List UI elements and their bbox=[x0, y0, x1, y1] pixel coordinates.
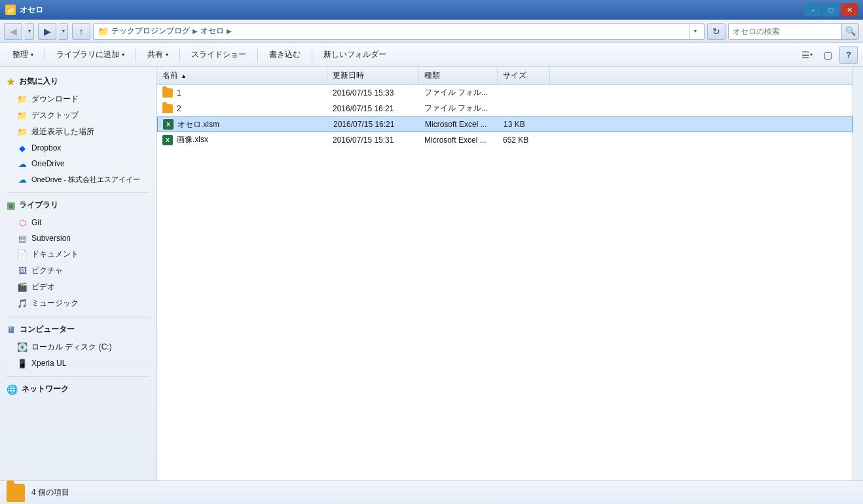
window-icon: 📁 bbox=[5, 5, 16, 15]
download-icon: 📁 bbox=[17, 94, 28, 105]
slideshow-button[interactable]: スライドショー bbox=[184, 46, 253, 64]
table-row[interactable]: 2 2016/07/15 16:21 ファイル フォル... bbox=[157, 101, 853, 117]
refresh-button[interactable]: ↻ bbox=[707, 23, 725, 40]
forward-dropdown[interactable]: ▾ bbox=[59, 23, 68, 40]
maximize-button[interactable]: □ bbox=[822, 3, 839, 16]
sidebar-item-svn[interactable]: ▤ Subversion bbox=[0, 230, 156, 246]
favorites-header[interactable]: ★ お気に入り bbox=[0, 72, 156, 91]
burn-button[interactable]: 書き込む bbox=[262, 46, 308, 64]
add-library-label: ライブラリに追加 bbox=[56, 49, 119, 60]
sidebar: ★ お気に入り 📁 ダウンロード 📁 デスクトップ 📁 最近表示した場所 ◆ bbox=[0, 67, 157, 480]
help-icon: ? bbox=[846, 50, 851, 60]
file-size-cell: 13 KB bbox=[498, 117, 551, 132]
table-row[interactable]: 1 2016/07/15 15:33 ファイル フォル... bbox=[157, 85, 853, 101]
git-icon: ⬡ bbox=[17, 217, 28, 228]
help-button[interactable]: ? bbox=[839, 46, 858, 64]
new-folder-button[interactable]: 新しいフォルダー bbox=[316, 46, 394, 64]
col-header-type[interactable]: 種類 bbox=[419, 67, 498, 84]
local-disk-label: ローカル ディスク (C:) bbox=[31, 342, 112, 353]
breadcrumb-current[interactable]: オセロ bbox=[200, 26, 224, 37]
toolbar-right: ☰ ▾ ▢ ? bbox=[798, 46, 858, 64]
back-dropdown[interactable]: ▾ bbox=[25, 23, 34, 40]
title-bar: 📁 オセロ － □ ✕ bbox=[0, 0, 863, 20]
pane-button[interactable]: ▢ bbox=[818, 46, 837, 64]
recent-label: 最近表示した場所 bbox=[31, 126, 94, 137]
organize-button[interactable]: 整理 ▾ bbox=[5, 46, 41, 64]
sidebar-item-pictures[interactable]: 🖼 ピクチャ bbox=[0, 262, 156, 279]
file-type-cell: Microsoft Excel ... bbox=[420, 117, 498, 132]
file-name-cell: X オセロ.xlsm bbox=[158, 117, 328, 132]
share-button[interactable]: 共有 ▾ bbox=[140, 46, 175, 64]
search-bar: 🔍 bbox=[728, 23, 859, 40]
dropbox-icon: ◆ bbox=[17, 143, 28, 153]
col-header-date[interactable]: 更新日時 bbox=[327, 67, 419, 84]
sidebar-divider-1 bbox=[7, 192, 150, 193]
onedrive-label: OneDrive bbox=[31, 159, 65, 168]
file-size-cell: 652 KB bbox=[498, 132, 550, 147]
documents-icon: 📄 bbox=[17, 249, 28, 260]
file-area-wrapper: 名前 ▲ 更新日時 種類 サイズ bbox=[157, 67, 863, 480]
download-label: ダウンロード bbox=[31, 94, 79, 105]
libraries-header[interactable]: ▣ ライブラリ bbox=[0, 196, 156, 215]
navigation-bar: ◀ ▾ ▶ ▾ ↑ 📁 テックプロジンブログ ▶ オセロ ▶ ▾ ↻ 🔍 bbox=[0, 20, 863, 43]
file-name-cell: X 画像.xlsx bbox=[157, 132, 327, 147]
sidebar-item-recent[interactable]: 📁 最近表示した場所 bbox=[0, 124, 156, 140]
minimize-button[interactable]: － bbox=[804, 3, 821, 16]
address-bar[interactable]: 📁 テックプロジンブログ ▶ オセロ ▶ ▾ bbox=[93, 23, 705, 40]
close-button[interactable]: ✕ bbox=[841, 3, 858, 16]
address-dropdown[interactable]: ▾ bbox=[689, 24, 700, 39]
sidebar-item-download[interactable]: 📁 ダウンロード bbox=[0, 91, 156, 107]
libraries-section: ▣ ライブラリ ⬡ Git ▤ Subversion 📄 ドキュメント 🖼 bbox=[0, 196, 156, 312]
table-row[interactable]: X オセロ.xlsm 2016/07/15 16:21 Microsoft Ex… bbox=[157, 117, 853, 132]
onedrive-icon: ☁ bbox=[17, 158, 28, 169]
svn-icon: ▤ bbox=[17, 233, 28, 243]
status-count: 4 個の項目 bbox=[31, 487, 69, 498]
forward-button[interactable]: ▶ bbox=[38, 23, 56, 40]
sidebar-item-xperia[interactable]: 📱 Xperia UL bbox=[0, 355, 156, 371]
local-disk-icon: 💽 bbox=[17, 342, 28, 353]
sidebar-item-git[interactable]: ⬡ Git bbox=[0, 215, 156, 230]
status-folder-icon bbox=[7, 484, 25, 502]
up-button[interactable]: ↑ bbox=[72, 23, 90, 40]
sidebar-item-dropbox[interactable]: ◆ Dropbox bbox=[0, 140, 156, 156]
col-header-size[interactable]: サイズ bbox=[498, 67, 550, 84]
file-type-cell: ファイル フォル... bbox=[419, 101, 498, 116]
add-library-arrow: ▾ bbox=[122, 52, 124, 58]
back-button[interactable]: ◀ bbox=[4, 23, 22, 40]
sort-arrow: ▲ bbox=[181, 73, 187, 79]
explorer-window: 📁 オセロ － □ ✕ ◀ ▾ ▶ ▾ ↑ 📁 テックプロジンブログ ▶ オセロ… bbox=[0, 0, 863, 504]
sidebar-item-local-disk[interactable]: 💽 ローカル ディスク (C:) bbox=[0, 339, 156, 355]
search-button[interactable]: 🔍 bbox=[841, 24, 858, 39]
pictures-icon: 🖼 bbox=[17, 266, 28, 276]
sidebar-item-music[interactable]: 🎵 ミュージック bbox=[0, 295, 156, 312]
status-bar: 4 個の項目 bbox=[0, 480, 863, 504]
new-folder-label: 新しいフォルダー bbox=[323, 49, 386, 60]
file-name-cell: 2 bbox=[157, 101, 327, 116]
up-icon: ↑ bbox=[79, 26, 84, 37]
sidebar-item-videos[interactable]: 🎬 ビデオ bbox=[0, 279, 156, 295]
desktop-icon: 📁 bbox=[17, 111, 28, 121]
vertical-scrollbar[interactable] bbox=[853, 67, 863, 480]
computer-header[interactable]: 🖥 コンピューター bbox=[0, 320, 156, 339]
toolbar: 整理 ▾ ライブラリに追加 ▾ 共有 ▾ スライドショー 書き込む 新しいフォル… bbox=[0, 43, 863, 67]
onedrive-company-label: OneDrive - 株式会社エスアイイー bbox=[31, 175, 140, 185]
search-input[interactable] bbox=[729, 27, 841, 36]
add-library-button[interactable]: ライブラリに追加 ▾ bbox=[49, 46, 132, 64]
main-content: ★ お気に入り 📁 ダウンロード 📁 デスクトップ 📁 最近表示した場所 ◆ bbox=[0, 67, 863, 480]
toolbar-sep-1 bbox=[45, 48, 45, 62]
column-headers: 名前 ▲ 更新日時 種類 サイズ bbox=[157, 67, 853, 85]
videos-label: ビデオ bbox=[31, 281, 55, 293]
xperia-label: Xperia UL bbox=[31, 359, 66, 368]
title-bar-controls: － □ ✕ bbox=[804, 3, 858, 16]
table-row[interactable]: X 画像.xlsx 2016/07/15 15:31 Microsoft Exc… bbox=[157, 132, 853, 148]
share-label: 共有 bbox=[147, 49, 163, 60]
sidebar-item-documents[interactable]: 📄 ドキュメント bbox=[0, 246, 156, 262]
breadcrumb-root[interactable]: テックプロジンブログ bbox=[111, 26, 190, 37]
sidebar-item-desktop[interactable]: 📁 デスクトップ bbox=[0, 107, 156, 124]
sidebar-item-onedrive-company[interactable]: ☁ OneDrive - 株式会社エスアイイー bbox=[0, 171, 156, 187]
network-header[interactable]: 🌐 ネットワーク bbox=[0, 380, 156, 399]
sidebar-item-onedrive[interactable]: ☁ OneDrive bbox=[0, 156, 156, 171]
share-arrow: ▾ bbox=[166, 52, 168, 58]
view-button[interactable]: ☰ ▾ bbox=[798, 46, 816, 64]
col-header-name[interactable]: 名前 ▲ bbox=[157, 67, 327, 84]
